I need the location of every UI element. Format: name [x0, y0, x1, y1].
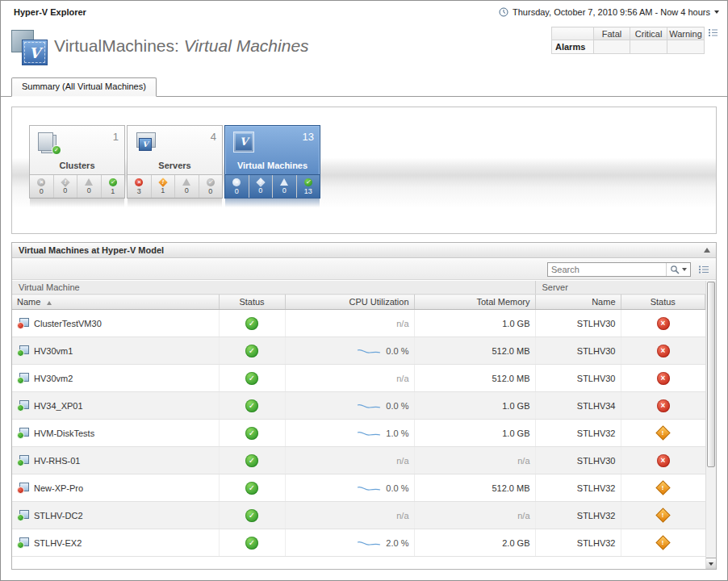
column-header-total-memory[interactable]: Total Memory [414, 295, 535, 310]
hyperv-explorer-window: Hyper-V Explorer Thursday, October 7, 20… [0, 0, 728, 581]
table-row[interactable]: ClusterTestVM30 [12, 310, 705, 337]
fatal-count: 3 [137, 188, 141, 195]
vm-status-cell [219, 502, 285, 529]
search-icon [670, 265, 680, 274]
tile-status-warning: 0 [273, 175, 297, 198]
vm-name: ClusterTestVM30 [34, 319, 102, 328]
summary-tile[interactable]: 1 Clusters 0 0 0 [29, 125, 125, 199]
list-icon [699, 265, 709, 274]
vm-name-cell: STLHV-DC2 [12, 502, 219, 529]
cpu-cell: 0.0 % [285, 392, 414, 420]
server-status-icon [657, 537, 670, 550]
server-name-cell: STLHV30 [535, 365, 621, 392]
server-status-icon [657, 345, 670, 357]
warning-icon [280, 178, 288, 186]
search-button[interactable] [666, 263, 690, 276]
vm-name: STLHV-EX2 [34, 538, 82, 548]
scroll-down-button[interactable] [706, 558, 716, 569]
vm-name: HV30vm1 [34, 346, 73, 356]
time-range-control[interactable]: Thursday, October 7, 2010 9:56 AM - Now … [499, 7, 719, 17]
cpu-value: n/a [396, 456, 408, 466]
vm-status-icon [245, 482, 258, 495]
column-header-name[interactable]: Name [12, 295, 219, 310]
normal-count: 0 [208, 188, 212, 195]
warning-icon [85, 178, 93, 186]
normal-icon [207, 178, 215, 186]
server-status-cell [621, 365, 705, 392]
tile-strip: 1 Clusters 0 0 0 [11, 107, 717, 234]
page-title-name: Virtual Machines [184, 36, 309, 55]
app-title: Hyper-V Explorer [14, 7, 86, 17]
column-header-server-status[interactable]: Status [621, 295, 705, 310]
table-row[interactable]: New-XP-Pro 0 [12, 474, 705, 502]
column-header-cpu-utilization[interactable]: CPU Utilization [285, 295, 414, 310]
cpu-value: 0.0 % [386, 483, 408, 493]
normal-count: 13 [304, 188, 312, 195]
critical-icon [61, 178, 69, 186]
top-bar: Hyper-V Explorer Thursday, October 7, 20… [1, 1, 727, 22]
vm-status-cell [219, 337, 285, 365]
column-header-status[interactable]: Status [219, 295, 285, 310]
vm-name: HV-RHS-01 [34, 456, 80, 466]
critical-count: 0 [258, 187, 262, 194]
warning-icon [182, 178, 190, 186]
critical-count: 0 [63, 187, 67, 194]
cpu-cell: n/a [285, 310, 414, 337]
server-status-cell [621, 529, 705, 557]
tile-icon [133, 131, 161, 155]
table-menu-button[interactable] [697, 264, 710, 275]
vm-icon [17, 400, 29, 412]
collapse-panel-button[interactable] [704, 248, 710, 253]
scrollbar-thumb[interactable] [707, 282, 715, 467]
vm-status-icon [245, 372, 258, 385]
tab-summary-all-virtual-machines[interactable]: Summary (All Virtual Machines) [11, 77, 157, 97]
table-row[interactable]: STLHV-EX2 2. [12, 529, 705, 557]
vm-name-cell: STLHV-EX2 [12, 529, 219, 557]
vm-status-icon [245, 509, 258, 522]
vertical-scrollbar[interactable] [705, 281, 716, 569]
table-row[interactable]: HV34_XP01 0. [12, 392, 705, 420]
cpu-value: n/a [396, 374, 408, 383]
table-row[interactable]: STLHV-DC2 n/ [12, 502, 705, 529]
vm-icon [17, 483, 29, 494]
alarms-col-fatal: Fatal [593, 27, 630, 40]
table-row[interactable]: HVM-DiskTests [12, 420, 705, 447]
fatal-icon [135, 178, 143, 186]
alarms-blank-header [552, 27, 594, 40]
search-input[interactable] [548, 265, 666, 274]
warning-count: 0 [185, 187, 189, 194]
server-status-cell [621, 474, 705, 502]
cpu-value: 2.0 % [386, 538, 408, 548]
server-status-cell [621, 502, 705, 529]
vm-name: New-XP-Pro [34, 483, 83, 493]
vm-name: HVM-DiskTests [34, 428, 94, 438]
server-status-icon [657, 399, 670, 412]
vm-status-cell [219, 310, 285, 337]
tile-status-warning: 0 [77, 175, 102, 198]
vm-table-wrap: Virtual Machine Server Name Status CPU U… [12, 281, 705, 569]
table-row[interactable]: HV30vm2 n/a [12, 365, 705, 392]
cpu-sparkline [357, 483, 381, 493]
server-name-cell: STLHV34 [535, 392, 621, 420]
cpu-cell: 1.0 % [285, 420, 414, 447]
tile-icon [231, 131, 258, 155]
server-name-cell: STLHV32 [535, 420, 621, 447]
fatal-count: 0 [235, 188, 239, 195]
cpu-cell: 0.0 % [285, 474, 414, 502]
alarms-row-label: Alarms [552, 40, 594, 54]
alarms-options-icon[interactable] [709, 28, 718, 38]
server-status-icon [657, 454, 670, 467]
tab-strip: Summary (All Virtual Machines) [1, 78, 727, 97]
summary-tile[interactable]: 4 Servers 3 1 0 [127, 125, 223, 199]
vm-name-cell: HV34_XP01 [12, 392, 219, 420]
cpu-cell: 2.0 % [285, 529, 414, 557]
warning-count: 0 [282, 187, 287, 194]
table-row[interactable]: HV-RHS-01 n/ [12, 447, 705, 474]
vm-name-cell: HV30vm1 [12, 337, 219, 365]
vm-status-cell [219, 529, 285, 557]
summary-tile[interactable]: 13 Virtual Machines 0 0 [224, 125, 320, 199]
warning-count: 0 [87, 187, 91, 194]
alarms-fatal-value [593, 40, 630, 54]
table-row[interactable]: HV30vm1 0.0 [12, 337, 705, 365]
column-header-server-name[interactable]: Name [535, 295, 621, 310]
